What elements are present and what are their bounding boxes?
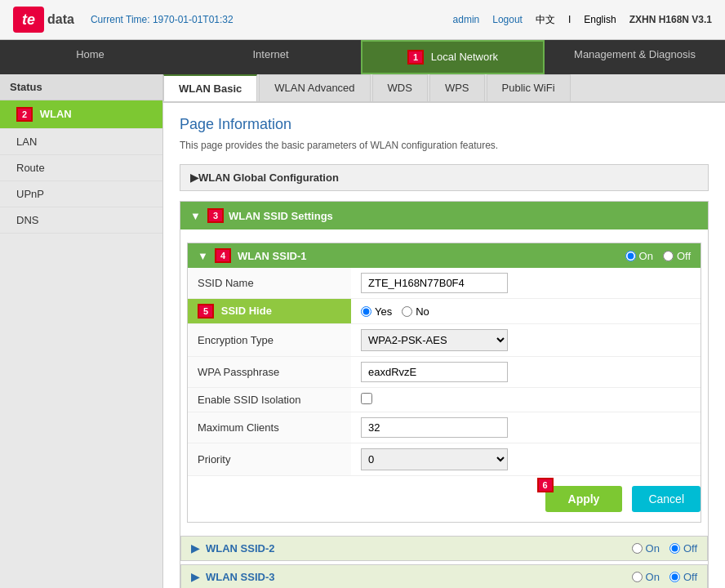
header: te data Current Time: 1970-01-01T01:32 a… [0, 0, 725, 40]
encryption-select[interactable]: WPA2-PSK-AES WPA-PSK-TKIP WPA-PSK-AES No… [361, 329, 508, 351]
ssid-hide-label: 5 SSID Hide [188, 299, 351, 324]
cancel-button[interactable]: Cancel [632, 486, 701, 512]
ssid3-off-label[interactable]: Off [669, 571, 697, 583]
ssid3-on-radio[interactable] [632, 572, 643, 582]
sidebar-item-upnp[interactable]: UPnP [0, 181, 162, 207]
ssid2-off-radio[interactable] [669, 543, 680, 554]
max-clients-row: Maximum Clients [188, 412, 701, 443]
tab-public-wifi[interactable]: Public WiFi [487, 74, 571, 101]
ssid-hide-yes-label[interactable]: Yes [361, 305, 392, 318]
ssid1-header-left: ▼ 4 WLAN SSID-1 [198, 248, 307, 263]
ssid-name-cell [351, 268, 701, 299]
sidebar-item-wlan[interactable]: 2 WLAN [0, 100, 162, 129]
encryption-label: Encryption Type [188, 324, 351, 357]
logo-box: te [13, 7, 44, 33]
ssid3-toggle: On Off [632, 571, 697, 583]
logo-te: te [22, 11, 35, 29]
ssid1-block: ▼ 4 WLAN SSID-1 On [180, 229, 708, 536]
main-nav: Home Internet 1 Local Network Management… [0, 40, 725, 74]
ssid-settings-label: WLAN SSID Settings [229, 210, 333, 222]
ssid3-arrow: ▶ [191, 571, 199, 583]
ssid2-on-radio[interactable] [632, 543, 643, 554]
priority-label: Priority [188, 443, 351, 476]
main-layout: Status 2 WLAN LAN Route UPnP DNS WLAN Ba… [0, 74, 725, 588]
admin-link[interactable]: admin [453, 14, 480, 25]
ssid-settings-header[interactable]: ▼ 3 WLAN SSID Settings [180, 202, 708, 229]
ssid3-header-left: ▶ WLAN SSID-3 [191, 571, 275, 583]
sidebar-item-dns[interactable]: DNS [0, 207, 162, 234]
ssid2-header-left: ▶ WLAN SSID-2 [191, 542, 275, 555]
button-row: 6 Apply Cancel [188, 476, 701, 522]
max-clients-input[interactable] [361, 417, 508, 438]
ssid3-off-radio[interactable] [669, 572, 680, 582]
tab-wds[interactable]: WDS [372, 74, 428, 101]
ssid2-block: ▶ WLAN SSID-2 On Off [180, 536, 708, 561]
ssid-settings-arrow: ▼ [190, 210, 201, 222]
ssid3-header[interactable]: ▶ WLAN SSID-3 On Off [181, 565, 707, 588]
isolation-label: Enable SSID Isolation [188, 388, 351, 412]
ssid2-arrow: ▶ [191, 542, 199, 555]
ssid2-label: WLAN SSID-2 [206, 542, 275, 555]
ssid1-on-label[interactable]: On [625, 250, 653, 262]
ssid1-label: WLAN SSID-1 [238, 250, 307, 262]
ssid-name-row: SSID Name [188, 268, 701, 299]
ssid1-toggle: On Off [625, 250, 691, 262]
sidebar-item-lan[interactable]: LAN [0, 129, 162, 155]
priority-select[interactable]: 0 1 2 3 [361, 448, 508, 470]
sidebar-item-route[interactable]: Route [0, 155, 162, 181]
nav-internet[interactable]: Internet [180, 40, 361, 74]
max-clients-label: Maximum Clients [188, 412, 351, 443]
global-config-arrow: ▶ [190, 172, 198, 184]
encryption-row: Encryption Type WPA2-PSK-AES WPA-PSK-TKI… [188, 324, 701, 357]
ssid-hide-no-radio[interactable] [402, 306, 412, 317]
ssid2-toggle: On Off [632, 542, 697, 555]
page-desc: This page provides the basic parameters … [180, 140, 709, 151]
lang-cn[interactable]: 中文 [536, 13, 555, 27]
nav-home[interactable]: Home [0, 40, 180, 74]
page-content: Page Information This page provides the … [163, 103, 725, 588]
ssid1: ▼ 4 WLAN SSID-1 On [187, 243, 701, 523]
nav-management[interactable]: Management & Diagnosis [545, 40, 725, 74]
ssid2-off-label[interactable]: Off [669, 542, 697, 555]
header-right: admin Logout 中文 I English ZXHN H168N V3.… [453, 13, 712, 27]
ssid-hide-no-label[interactable]: No [402, 305, 429, 318]
lang-en[interactable]: English [584, 14, 616, 25]
page-title: Page Information [180, 116, 709, 133]
ssid1-header[interactable]: ▼ 4 WLAN SSID-1 On [188, 243, 701, 268]
device-info: ZXHN H168N V3.1 [629, 14, 712, 25]
ssid-hide-toggle: Yes No [361, 305, 691, 318]
wpa-input[interactable] [361, 362, 508, 382]
ssid2-header[interactable]: ▶ WLAN SSID-2 On Off [181, 537, 707, 560]
isolation-cell [351, 388, 701, 412]
logout-link[interactable]: Logout [492, 14, 523, 25]
ssid1-form: SSID Name 5 SSID Hide [188, 268, 701, 476]
max-clients-cell [351, 412, 701, 443]
ssid-settings: ▼ 3 WLAN SSID Settings ▼ 4 WLAN SSID-1 [180, 201, 709, 588]
ssid-hide-row: 5 SSID Hide Yes [188, 299, 701, 324]
ssid-name-label: SSID Name [188, 268, 351, 299]
ssid1-off-radio[interactable] [663, 251, 674, 261]
wpa-row: WPA Passphrase [188, 357, 701, 388]
ssid3-on-label[interactable]: On [632, 571, 660, 583]
apply-button[interactable]: Apply [545, 486, 623, 512]
encryption-cell: WPA2-PSK-AES WPA-PSK-TKIP WPA-PSK-AES No… [351, 324, 701, 357]
current-time: Current Time: 1970-01-01T01:32 [91, 14, 234, 25]
tab-wps[interactable]: WPS [429, 74, 485, 101]
ssid-hide-yes-radio[interactable] [361, 306, 371, 317]
wpa-label: WPA Passphrase [188, 357, 351, 388]
priority-row: Priority 0 1 2 3 [188, 443, 701, 476]
isolation-checkbox[interactable] [361, 393, 372, 404]
logo: te data [13, 7, 74, 33]
ssid2-on-label[interactable]: On [632, 542, 660, 555]
ssid3-label: WLAN SSID-3 [206, 571, 275, 583]
tab-wlan-advanced[interactable]: WLAN Advanced [259, 74, 370, 101]
tab-wlan-basic[interactable]: WLAN Basic [163, 74, 257, 101]
logo-data: data [47, 12, 74, 27]
nav-local-network[interactable]: 1 Local Network [361, 40, 545, 74]
ssid3-block: ▶ WLAN SSID-3 On Off [180, 564, 708, 588]
global-config-section[interactable]: ▶ WLAN Global Configuration [180, 164, 709, 191]
ssid-name-input[interactable] [361, 273, 508, 293]
ssid1-off-label[interactable]: Off [663, 250, 691, 262]
priority-cell: 0 1 2 3 [351, 443, 701, 476]
ssid1-on-radio[interactable] [625, 251, 636, 261]
